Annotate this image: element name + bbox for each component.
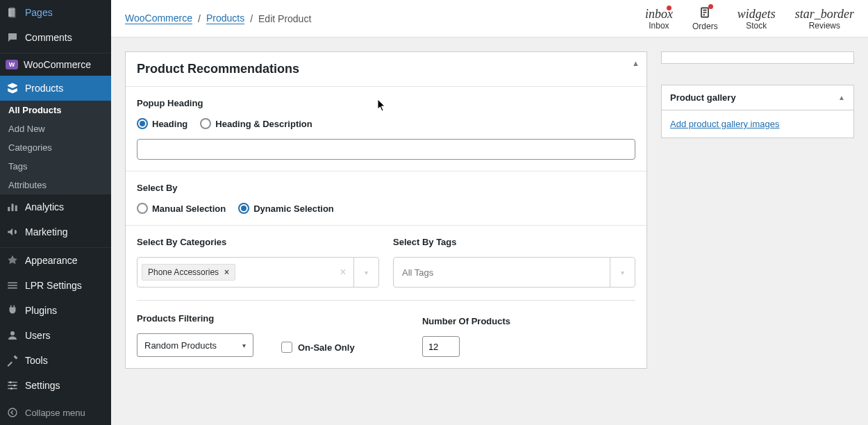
breadcrumb-woocommerce[interactable]: WooCommerce (125, 12, 192, 24)
sidebar-item-plugins[interactable]: Plugins (0, 298, 111, 323)
radio-heading-description[interactable]: Heading & Description (200, 118, 312, 129)
breadcrumb-products[interactable]: Products (206, 12, 244, 24)
sidebar-item-products[interactable]: Products (0, 76, 111, 101)
add-gallery-images-link[interactable]: Add product gallery images (670, 119, 780, 129)
popup-heading-section: Popup Heading Heading Heading & Descript… (126, 87, 646, 172)
settings-icon (6, 378, 19, 392)
svg-point-11 (10, 381, 12, 383)
tags-dropdown-icon[interactable]: ▾ (610, 258, 635, 287)
number-of-products-input[interactable] (422, 336, 460, 357)
sidebar-item-tools[interactable]: Tools (0, 348, 111, 373)
side-panel-collapsed[interactable] (661, 51, 854, 64)
sidebar-item-lpr-settings[interactable]: LPR Settings (0, 273, 111, 298)
checkbox-label: On-Sale Only (298, 342, 355, 353)
submenu-attributes[interactable]: Attributes (0, 176, 111, 194)
sidebar-label: Analytics (25, 201, 64, 212)
sidebar-label: Products (25, 83, 63, 94)
topbar-reviews[interactable]: star_border Reviews (795, 7, 854, 31)
comments-icon (6, 31, 19, 44)
select-value: Random Products (144, 340, 217, 351)
radio-dynamic-selection[interactable]: Dynamic Selection (238, 203, 334, 214)
sidebar-label: WooCommerce (24, 59, 91, 70)
sidebar-item-marketing[interactable]: Marketing (0, 219, 111, 244)
sidebar-label: Pages (25, 7, 53, 18)
number-of-products-label: Number Of Products (422, 316, 510, 326)
products-submenu: All Products Add New Categories Tags Att… (0, 101, 111, 194)
radio-circle-icon (200, 118, 211, 129)
panel-toggle-arrow[interactable]: ▲ (632, 59, 640, 67)
sidebar-label: Settings (25, 380, 60, 391)
orders-icon (698, 6, 712, 22)
users-icon (6, 328, 19, 342)
content-wrap: ▲ Product Recommendations Popup Heading … (111, 38, 868, 425)
sidebar-item-pages[interactable]: Pages (0, 0, 111, 25)
select-by-label: Select By (137, 183, 635, 193)
woocommerce-icon: W (6, 60, 18, 69)
collapse-icon (6, 406, 19, 419)
sidebar-item-analytics[interactable]: Analytics (0, 194, 111, 219)
sidebar-item-users[interactable]: Users (0, 323, 111, 348)
topbar-label: Stock (746, 21, 767, 31)
popup-heading-input[interactable] (137, 139, 635, 160)
topbar-label: Orders (692, 22, 718, 31)
topbar-label: Inbox (649, 21, 669, 31)
submenu-categories[interactable]: Categories (0, 138, 111, 157)
categories-tags-area: Phone Accessories × (137, 260, 333, 285)
svg-rect-1 (8, 207, 10, 211)
filter-section: Select By Categories Phone Accessories × (126, 226, 646, 368)
svg-point-14 (8, 408, 17, 417)
topbar-stock[interactable]: widgets Stock (737, 7, 776, 31)
select-by-section: Select By Manual Selection Dynamic Selec… (126, 172, 646, 226)
radio-label: Heading & Description (215, 119, 312, 129)
svg-rect-6 (8, 288, 17, 289)
products-icon (6, 81, 19, 95)
select-by-categories-label: Select By Categories (137, 237, 379, 247)
topbar-inbox[interactable]: inbox Inbox (645, 7, 673, 31)
topbar-orders[interactable]: Orders (692, 6, 718, 31)
main-column: ▲ Product Recommendations Popup Heading … (125, 51, 647, 411)
svg-point-12 (14, 385, 16, 387)
submenu-add-new[interactable]: Add New (0, 119, 111, 138)
analytics-icon (6, 200, 19, 214)
radio-label: Manual Selection (152, 203, 226, 214)
sidebar-item-appearance[interactable]: Appearance (0, 248, 111, 273)
svg-rect-4 (8, 283, 17, 284)
breadcrumb-separator: / (198, 13, 201, 24)
tag-label: Phone Accessories (148, 267, 219, 277)
tags-multiselect[interactable]: All Tags ▾ (393, 257, 635, 288)
svg-rect-3 (15, 206, 17, 211)
radio-heading[interactable]: Heading (137, 118, 187, 129)
panel-title: Product Recommendations (137, 62, 299, 76)
radio-manual-selection[interactable]: Manual Selection (137, 203, 226, 214)
collapse-label: Collapse menu (25, 408, 85, 418)
submenu-tags[interactable]: Tags (0, 157, 111, 176)
appearance-icon (6, 253, 19, 267)
sidebar-item-settings[interactable]: Settings (0, 373, 111, 398)
svg-point-13 (10, 388, 12, 390)
categories-dropdown-icon[interactable]: ▾ (353, 258, 378, 287)
clear-categories-icon[interactable]: × (333, 266, 353, 278)
topbar: WooCommerce / Products / Edit Product in… (111, 0, 868, 38)
submenu-all-products[interactable]: All Products (0, 101, 111, 119)
chevron-down-icon: ▾ (242, 342, 246, 349)
select-by-categories-col: Select By Categories Phone Accessories × (137, 237, 379, 288)
gallery-title: Product gallery (670, 92, 736, 103)
divider (137, 300, 635, 301)
sidebar-label: Tools (25, 355, 48, 366)
sidebar-item-comments[interactable]: Comments (0, 25, 111, 50)
product-recommendations-panel: ▲ Product Recommendations Popup Heading … (125, 51, 647, 369)
collapse-menu[interactable]: Collapse menu (0, 400, 111, 425)
topbar-label: Reviews (809, 21, 840, 31)
categories-multiselect[interactable]: Phone Accessories × × ▾ (137, 257, 379, 288)
sidebar-item-woocommerce[interactable]: W WooCommerce (0, 53, 111, 76)
notification-dot (708, 4, 713, 9)
svg-point-7 (10, 331, 15, 335)
products-filtering-select[interactable]: Random Products ▾ (137, 333, 253, 357)
svg-rect-8 (8, 382, 17, 383)
radio-label: Dynamic Selection (253, 203, 334, 214)
tools-icon (6, 353, 19, 367)
gallery-toggle-icon[interactable]: ▲ (838, 94, 845, 101)
remove-tag-icon[interactable]: × (224, 267, 229, 277)
on-sale-only-checkbox[interactable]: On-Sale Only (281, 342, 355, 353)
checkbox-icon (281, 342, 292, 353)
